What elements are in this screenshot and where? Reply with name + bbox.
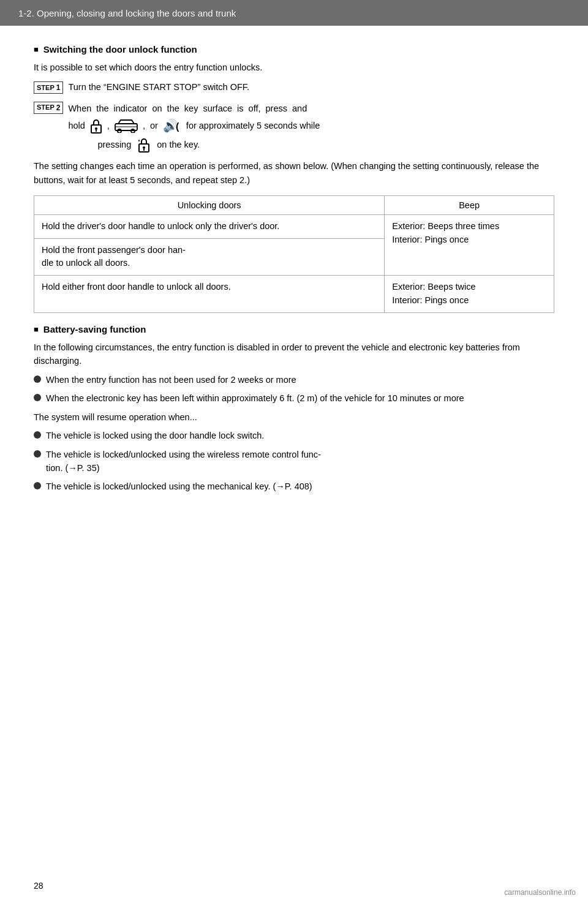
- bullet-dot: [34, 394, 41, 401]
- step2-content: When the indicator on the key surface is…: [68, 100, 554, 153]
- bullet-dot: [34, 482, 41, 489]
- step2-badge: STEP 2: [34, 102, 63, 114]
- unlocking-table: Unlocking doors Beep Hold the driver's d…: [34, 195, 554, 313]
- table-row: Hold either front door handle to unlock …: [34, 276, 554, 313]
- step2-approx: for approximately 5 seconds while: [186, 119, 320, 132]
- section1-intro: It is possible to set which doors the en…: [34, 61, 554, 74]
- svg-point-1: [95, 127, 97, 130]
- bullet-item: The vehicle is locked/unlocked using the…: [34, 480, 554, 493]
- bullet-item: When the electronic key has been left wi…: [34, 391, 554, 405]
- resume-text: The system will resume operation when...: [34, 410, 554, 424]
- step2-line1: When the indicator on the key surface is…: [68, 100, 554, 116]
- step2-hold: hold: [68, 119, 85, 132]
- table-cell: Hold the front passenger's door han-dle …: [34, 238, 385, 276]
- svg-text:(: (: [176, 121, 179, 132]
- step2-text-prefix: When the indicator on the key surface is…: [68, 100, 307, 116]
- step1-badge: STEP 1: [34, 81, 63, 94]
- step1-word: STEP: [37, 83, 55, 93]
- section1-para1: The setting changes each time an operati…: [34, 159, 554, 187]
- lock-icon: [89, 118, 103, 134]
- section-battery: Battery-saving function In the following…: [34, 324, 554, 494]
- bullet-text: The vehicle is locked using the door han…: [46, 429, 554, 442]
- header-bar: 1-2. Opening, closing and locking the do…: [0, 0, 588, 26]
- bullet-item: The vehicle is locked/unlocked using the…: [34, 448, 554, 475]
- bullet-dot: [34, 450, 41, 458]
- bullet-text: When the entry function has not been use…: [46, 373, 554, 387]
- table-cell: Exterior: Beeps three timesInterior: Pin…: [385, 214, 554, 275]
- table-col1-header: Unlocking doors: [34, 195, 385, 214]
- bullet-text: The vehicle is locked/unlocked using the…: [46, 480, 554, 493]
- section-switching: Switching the door unlock function It is…: [34, 44, 554, 313]
- section1-title: Switching the door unlock function: [34, 44, 554, 55]
- bullet-text: The vehicle is locked/unlocked using the…: [46, 448, 554, 475]
- bullet-dot: [34, 431, 41, 439]
- section2-intro: In the following circumstances, the entr…: [34, 341, 554, 368]
- step1-content: Turn the “ENGINE START STOP” switch OFF.: [68, 80, 554, 94]
- step2-line2: hold ,: [68, 118, 554, 134]
- header-title: 1-2. Opening, closing and locking the do…: [18, 8, 236, 18]
- table-col2-header: Beep: [385, 195, 554, 214]
- bullet-dot: [34, 375, 41, 383]
- step2-word: STEP: [37, 102, 55, 113]
- step2-num: 2: [56, 102, 61, 114]
- car-icon: [114, 118, 138, 133]
- step2-row: STEP 2 When the indicator on the key sur…: [34, 100, 554, 153]
- page-number: 28: [34, 881, 43, 891]
- step1-num: 1: [56, 82, 61, 94]
- bullet-item: When the entry function has not been use…: [34, 373, 554, 387]
- svg-point-5: [131, 129, 135, 133]
- step1-row: STEP 1 Turn the “ENGINE START STOP” swit…: [34, 80, 554, 94]
- section2-title: Battery-saving function: [34, 324, 554, 334]
- svg-point-10: [143, 146, 145, 149]
- sep1: ,: [107, 119, 110, 132]
- watermark: carmanualsonline.info: [504, 888, 576, 897]
- table-cell: Hold either front door handle to unlock …: [34, 276, 385, 313]
- lockkey-icon: [137, 136, 151, 153]
- horn-icon: 🔊 (: [162, 118, 182, 133]
- step2-line3: pressing on the key.: [97, 136, 554, 153]
- step2-pressing: pressing: [97, 138, 131, 151]
- bullet-text: When the electronic key has been left wi…: [46, 391, 554, 405]
- bullet-item: The vehicle is locked using the door han…: [34, 429, 554, 442]
- table-cell: Hold the driver's door handle to unlock …: [34, 214, 385, 238]
- sep2: , or: [143, 119, 158, 132]
- svg-point-4: [118, 129, 121, 133]
- table-cell: Exterior: Beeps twiceInterior: Pings onc…: [385, 276, 554, 313]
- table-row: Hold the driver's door handle to unlock …: [34, 214, 554, 238]
- step2-onkey: on the key.: [157, 138, 200, 151]
